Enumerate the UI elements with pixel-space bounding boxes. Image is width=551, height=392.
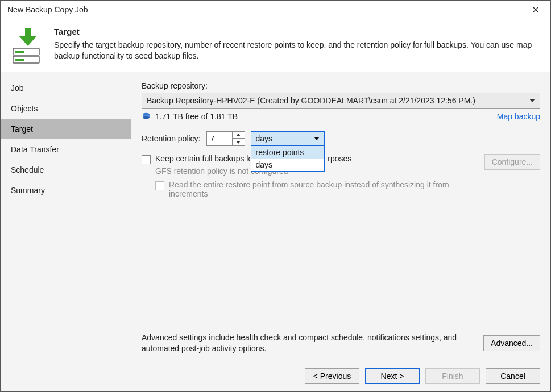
read-entire-label: Read the entire restore point from sourc…: [169, 180, 480, 198]
wizard-body: Job Objects Target Data Transfer Schedul…: [1, 72, 550, 360]
main-panel: Backup repository: Backup Repository-HPH…: [131, 72, 550, 360]
retention-row: Retention policy: days restore points: [142, 131, 540, 146]
retention-unit-wrapper: days restore points days: [251, 131, 325, 146]
previous-button[interactable]: < Previous: [305, 368, 359, 384]
spinner-arrows: [232, 132, 245, 145]
finish-button: Finish: [425, 368, 480, 384]
advanced-row: Advanced settings include health check a…: [142, 323, 540, 354]
window-title: New Backup Copy Job: [7, 5, 524, 14]
spinner-down[interactable]: [233, 138, 245, 145]
next-button[interactable]: Next >: [365, 368, 420, 384]
keep-full-backups-checkbox[interactable]: [142, 155, 151, 164]
free-space-text: 1.71 TB free of 1.81 TB: [155, 112, 238, 121]
advanced-button[interactable]: Advanced...: [483, 335, 540, 351]
retention-value-spinner[interactable]: [206, 131, 245, 146]
free-space-row: 1.71 TB free of 1.81 TB Map backup: [142, 112, 540, 121]
close-icon: [532, 6, 539, 13]
page-description: Specify the target backup repository, nu…: [54, 40, 540, 61]
gfs-row: Keep certain full backups lorposes GFS r…: [142, 154, 540, 198]
advanced-settings-text: Advanced settings include health check a…: [142, 332, 475, 354]
svg-point-5: [143, 116, 150, 119]
retention-policy-label: Retention policy:: [142, 134, 201, 143]
nav-item-data-transfer[interactable]: Data Transfer: [1, 139, 131, 160]
chevron-up-icon: [236, 134, 241, 136]
svg-rect-1: [15, 51, 24, 53]
chevron-down-icon: [529, 99, 535, 102]
svg-rect-3: [15, 59, 24, 61]
wizard-nav: Job Objects Target Data Transfer Schedul…: [1, 72, 131, 360]
chevron-down-icon: [236, 141, 241, 144]
read-entire-checkbox: [155, 181, 164, 190]
cancel-button[interactable]: Cancel: [486, 368, 540, 384]
retention-unit-option-days[interactable]: days: [251, 159, 324, 171]
nav-item-schedule[interactable]: Schedule: [1, 160, 131, 180]
nav-item-target[interactable]: Target: [1, 119, 131, 139]
wizard-footer: < Previous Next > Finish Cancel: [1, 360, 550, 391]
retention-unit-select[interactable]: days: [251, 131, 325, 146]
retention-unit-dropdown: restore points days: [251, 145, 325, 172]
backup-repository-select[interactable]: Backup Repository-HPHV02-E (Created by G…: [142, 93, 540, 109]
retention-unit-value: days: [256, 134, 273, 143]
read-entire-row: Read the entire restore point from sourc…: [155, 180, 480, 198]
spinner-up[interactable]: [233, 132, 245, 139]
wizard-header-text: Target Specify the target backup reposit…: [54, 27, 540, 61]
nav-item-objects[interactable]: Objects: [1, 98, 131, 119]
nav-item-job[interactable]: Job: [1, 78, 131, 98]
close-button[interactable]: [524, 2, 547, 18]
wizard-header-icon: [11, 27, 45, 61]
titlebar: New Backup Copy Job: [1, 1, 550, 19]
retention-value-input[interactable]: [207, 132, 232, 145]
chevron-down-icon: [314, 137, 320, 140]
backup-repository-value: Backup Repository-HPHV02-E (Created by G…: [147, 96, 475, 105]
map-backup-link[interactable]: Map backup: [497, 112, 540, 121]
backup-repository-label: Backup repository:: [142, 81, 540, 90]
nav-item-summary[interactable]: Summary: [1, 180, 131, 201]
dialog-window: New Backup Copy Job Target Specify the t…: [0, 0, 551, 392]
wizard-header: Target Specify the target backup reposit…: [1, 19, 550, 72]
configure-button: Configure...: [484, 154, 540, 170]
page-title: Target: [54, 27, 540, 36]
disk-icon: [142, 112, 151, 121]
free-space: 1.71 TB free of 1.81 TB: [142, 112, 238, 121]
retention-unit-option-restore-points[interactable]: restore points: [251, 146, 324, 159]
